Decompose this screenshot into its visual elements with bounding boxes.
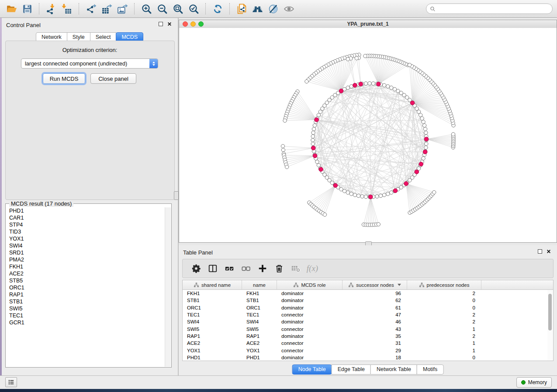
column-header-label: name — [253, 282, 266, 288]
column-header-name[interactable]: name — [242, 280, 277, 289]
cell-predecessor-nodes: 0 — [407, 305, 481, 310]
import-table-icon[interactable] — [60, 2, 73, 15]
select-all-icon[interactable] — [224, 263, 235, 274]
mcds-result-item[interactable]: STP4 — [9, 221, 165, 228]
cell-MCDS-role: dominator — [277, 291, 343, 296]
run-mcds-button[interactable]: Run MCDS — [43, 73, 85, 84]
mcds-result-item[interactable]: TID3 — [9, 228, 165, 235]
mcds-result-item[interactable]: SWI4 — [9, 242, 165, 249]
tab-motifs[interactable]: Motifs — [417, 364, 443, 375]
cell-MCDS-role: connector — [277, 340, 343, 346]
table-toolbar: f(x) — [182, 259, 554, 278]
column-header-predecessor-nodes[interactable]: predecessor nodes — [407, 280, 481, 289]
cell-predecessor-nodes: 2 — [407, 334, 481, 339]
cell-successor-nodes: 62 — [343, 298, 407, 303]
mcds-result-item[interactable]: SRD1 — [9, 249, 165, 256]
network-graph[interactable] — [179, 28, 557, 242]
network-window-titlebar[interactable]: YPA_prune.txt_1 — [179, 20, 557, 28]
mcds-result-item[interactable]: YOX1 — [9, 235, 165, 242]
maximize-window-button[interactable] — [198, 21, 204, 27]
cell-name: FKH1 — [242, 291, 277, 296]
add-row-icon[interactable] — [257, 263, 268, 274]
mcds-result-item[interactable]: TEC1 — [9, 312, 165, 319]
tab-node-table[interactable]: Node Table — [292, 364, 332, 375]
mcds-result-item[interactable]: SWI5 — [9, 305, 165, 312]
table-row[interactable]: ORC1ORC1dominator610 — [183, 304, 553, 311]
export-image-icon[interactable] — [116, 2, 129, 15]
table-row[interactable]: FKH1FKH1dominator962 — [183, 290, 553, 297]
mcds-list-scrollbar[interactable] — [165, 207, 171, 367]
network-canvas[interactable] — [179, 28, 557, 242]
vertical-splitter-grip[interactable] — [174, 191, 179, 200]
mcds-result-item[interactable]: GCR1 — [9, 319, 165, 326]
mcds-result-item[interactable]: PHD1 — [9, 207, 165, 214]
zoom-selected-icon[interactable] — [187, 2, 200, 15]
tab-network-table[interactable]: Network Table — [370, 364, 417, 375]
open-file-icon[interactable] — [5, 2, 18, 15]
optimization-criterion-select[interactable]: largest connected component (undirected) — [21, 58, 158, 69]
search-box — [426, 3, 553, 14]
table-scrollbar-thumb[interactable] — [548, 294, 552, 330]
task-history-button[interactable] — [5, 377, 17, 387]
float-panel-icon[interactable] — [159, 22, 163, 26]
delete-row-icon[interactable] — [273, 263, 285, 274]
cell-shared-name: SWI4 — [183, 319, 242, 324]
cell-shared-name: PHD1 — [183, 355, 242, 360]
window-traffic-lights — [183, 21, 204, 27]
close-panel-button[interactable]: Close panel — [90, 73, 136, 84]
search-icon — [430, 6, 436, 12]
preview-eye-icon[interactable] — [282, 2, 295, 15]
deselect-all-icon[interactable] — [240, 263, 252, 274]
table-row[interactable]: TEC1TEC1connector472 — [183, 311, 553, 318]
table-row[interactable]: STB1STB1dominator620 — [183, 297, 553, 304]
cell-predecessor-nodes: 0 — [407, 298, 481, 303]
export-table-icon[interactable] — [100, 2, 113, 15]
cell-MCDS-role: connector — [277, 348, 343, 353]
zoom-fit-icon[interactable] — [171, 2, 184, 15]
table-row[interactable]: PHD1PHD1dominator180 — [183, 354, 553, 361]
zoom-in-icon[interactable] — [140, 2, 153, 15]
mcds-result-item[interactable]: CAR1 — [9, 214, 165, 221]
toolbar-separator — [39, 3, 39, 14]
mcds-result-item[interactable]: ACE2 — [9, 270, 165, 277]
mcds-result-item[interactable]: STB1 — [9, 298, 165, 305]
search-binoculars-icon[interactable] — [251, 2, 264, 15]
memory-button[interactable]: Memory — [516, 377, 552, 388]
export-network-icon[interactable] — [84, 2, 97, 15]
mcds-result-item[interactable]: ORC1 — [9, 284, 165, 291]
minimize-window-button[interactable] — [190, 21, 196, 27]
table-row[interactable]: SWI5SWI5connector431 — [183, 325, 553, 332]
search-input[interactable] — [438, 5, 549, 12]
table-row[interactable]: ACE2ACE2connector311 — [183, 340, 553, 347]
cytoscape-window: Control Panel NetworkStyleSelectMCDS Opt… — [0, 0, 557, 392]
table-scrollbar[interactable] — [547, 290, 553, 360]
table-row[interactable]: SWI4SWI4dominator462 — [183, 318, 553, 325]
column-header-MCDS-role[interactable]: MCDS role — [277, 280, 343, 289]
table-row[interactable]: YOX1YOX1connector291 — [183, 347, 553, 354]
float-panel-icon[interactable] — [538, 249, 542, 254]
table-panel-title: Table Panel — [183, 249, 213, 256]
close-window-button[interactable] — [183, 21, 188, 27]
column-header-successor-nodes[interactable]: successor nodes — [343, 280, 407, 289]
mcds-result-item[interactable]: FKH1 — [9, 263, 165, 270]
hide-style-icon[interactable] — [266, 2, 280, 15]
mcds-result-item[interactable]: PMA2 — [9, 256, 165, 263]
mcds-result-item[interactable]: STB5 — [9, 277, 165, 284]
network-document-icon[interactable] — [235, 2, 248, 15]
gear-icon[interactable] — [190, 263, 202, 274]
cell-MCDS-role: connector — [277, 312, 343, 317]
tab-edge-table[interactable]: Edge Table — [332, 364, 371, 375]
save-session-icon[interactable] — [21, 2, 34, 15]
toolbar-icon-groups — [3, 2, 297, 15]
mcds-result-item[interactable]: RAP1 — [9, 291, 165, 298]
cell-name: STB1 — [242, 298, 277, 303]
close-panel-icon[interactable] — [547, 249, 551, 254]
apply-layout-icon[interactable] — [211, 2, 224, 15]
cell-shared-name: YOX1 — [183, 348, 242, 353]
column-header-shared-name[interactable]: shared name — [183, 280, 242, 289]
import-network-icon[interactable] — [45, 2, 58, 15]
table-row[interactable]: RAP1RAP1dominator352 — [183, 333, 553, 340]
columns-icon[interactable] — [207, 263, 218, 274]
close-panel-icon[interactable] — [167, 22, 172, 26]
zoom-out-icon[interactable] — [156, 2, 169, 15]
